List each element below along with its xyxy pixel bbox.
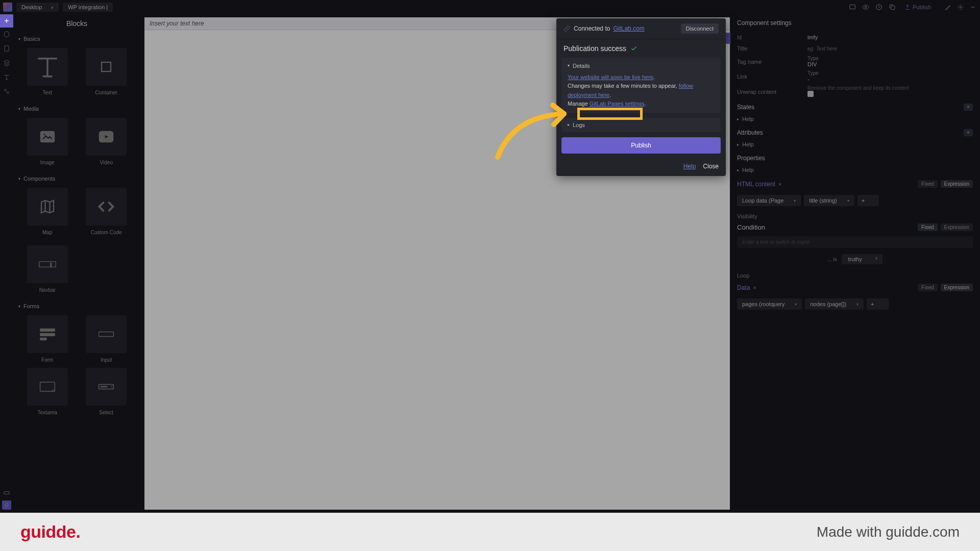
svg-rect-5 [5, 46, 9, 52]
history-icon[interactable] [875, 3, 883, 11]
title-field-label: Title [737, 45, 803, 52]
states-help[interactable]: Help [734, 113, 976, 125]
add-data-expr[interactable]: + [867, 298, 888, 310]
section-components[interactable]: Components [13, 172, 140, 185]
svg-rect-0 [850, 5, 855, 9]
publish-popup: Connected to GitLab.com Disconnect Publi… [556, 18, 726, 176]
changes-text: Changes may take a few minutes to appear… [568, 83, 679, 89]
svg-point-1 [865, 6, 867, 8]
page-icon[interactable] [3, 45, 10, 52]
check-icon [630, 45, 638, 52]
nodes-page-pill[interactable]: nodes (page[]) [805, 298, 864, 310]
block-image[interactable]: Image [20, 118, 75, 165]
gitlab-host-link[interactable]: GitLab.com [613, 25, 644, 32]
block-video[interactable]: Video [80, 118, 134, 165]
bell-icon[interactable] [2, 500, 11, 510]
copy-icon[interactable] [888, 3, 896, 11]
publish-button[interactable]: Publish [901, 3, 934, 11]
block-navbar[interactable]: Navbar [20, 245, 75, 293]
popup-help-link[interactable]: Help [683, 163, 696, 170]
data-fixed[interactable]: Fixed [918, 284, 937, 291]
mode-expression[interactable]: Expression [941, 180, 973, 188]
title-input[interactable] [807, 46, 910, 52]
pages-root-pill[interactable]: pages (rootquery [737, 298, 802, 310]
svg-rect-20 [99, 332, 114, 337]
loop-section: Loop [734, 268, 976, 280]
block-container[interactable]: Container [80, 48, 134, 95]
id-label: Id [737, 34, 803, 40]
data-label: Data [737, 284, 750, 291]
block-custom-code[interactable]: Custom Code [80, 188, 134, 235]
html-content-remove[interactable]: × [778, 181, 781, 187]
details-toggle[interactable]: Details [568, 62, 715, 71]
canvas-area: Insert your text here Connected to GitLa… [140, 14, 730, 513]
keyboard-icon[interactable] [2, 488, 11, 497]
svg-rect-14 [50, 263, 52, 263]
add-tab[interactable]: + [0, 14, 13, 28]
svg-rect-23 [101, 386, 107, 387]
svg-rect-9 [102, 62, 111, 71]
condition-label: Condition [737, 223, 914, 231]
gitlab-pages-settings-link[interactable]: GitLab Pages settings [590, 101, 645, 107]
publication-success-label: Publication success [564, 44, 626, 53]
preview-icon[interactable] [862, 3, 870, 11]
section-media[interactable]: Media [13, 103, 140, 115]
states-add[interactable]: + [964, 104, 973, 111]
app-logo[interactable] [3, 3, 12, 12]
settings-icon[interactable] [957, 3, 965, 11]
properties-help[interactable]: Help [734, 164, 976, 176]
blocks-panel: Blocks Basics Text Container Media Image [0, 14, 140, 513]
title-string-pill[interactable]: title (string) [804, 195, 854, 206]
cond-expression[interactable]: Expression [941, 223, 973, 231]
svg-rect-3 [891, 6, 895, 10]
data-expression[interactable]: Expression [941, 284, 973, 291]
condition-input[interactable]: Enter a text or switch to expre [737, 236, 973, 248]
publish-action-button[interactable]: Publish [561, 137, 721, 154]
collapse-icon[interactable] [969, 3, 977, 11]
svg-rect-15 [50, 264, 52, 265]
popup-close-button[interactable]: Close [703, 163, 719, 170]
project-tab[interactable]: WP integration | [63, 3, 113, 12]
link-type-label: Type [807, 70, 973, 76]
svg-point-4 [960, 6, 962, 8]
disconnect-button[interactable]: Disconnect [681, 23, 719, 34]
is-label: ... is [827, 257, 837, 262]
svg-rect-19 [40, 338, 46, 340]
upload-icon [904, 4, 911, 10]
live-site-link[interactable]: Your website will soon be live here [568, 74, 653, 80]
panel-title: Component settings [734, 17, 976, 32]
attributes-help[interactable]: Help [734, 138, 976, 151]
logs-toggle[interactable]: Logs [568, 122, 715, 128]
logs-box: Logs [561, 118, 721, 132]
hexagon-icon[interactable] [3, 31, 10, 38]
blocks-title: Blocks [13, 14, 140, 33]
device-icon[interactable] [848, 3, 856, 11]
section-basics[interactable]: Basics [13, 33, 140, 45]
block-form[interactable]: Form [20, 315, 75, 363]
cond-fixed[interactable]: Fixed [918, 223, 937, 231]
type-value: DIV [807, 61, 973, 67]
text-icon[interactable] [3, 73, 10, 81]
block-map[interactable]: Map [20, 188, 75, 235]
data-remove[interactable]: × [753, 285, 756, 291]
loop-data-pill[interactable]: Loop data (Page [737, 195, 801, 206]
truthy-select[interactable]: truthy [842, 254, 883, 264]
add-expression[interactable]: + [857, 195, 879, 206]
layers-icon[interactable] [3, 59, 10, 66]
block-input[interactable]: Input [80, 315, 134, 363]
unwrap-checkbox[interactable] [807, 91, 814, 97]
block-text[interactable]: Text [20, 48, 75, 95]
section-forms[interactable]: Forms [13, 300, 140, 312]
states-section: States [737, 104, 754, 111]
id-value: imfy [807, 34, 818, 40]
gears-icon[interactable] [3, 88, 10, 95]
attributes-section: Attributes [737, 129, 763, 136]
edit-icon[interactable] [944, 3, 952, 11]
mode-fixed[interactable]: Fixed [918, 180, 937, 188]
attributes-add[interactable]: + [964, 129, 973, 136]
viewport-dropdown[interactable]: Desktop [16, 3, 59, 12]
block-select[interactable]: Select [80, 368, 134, 415]
svg-point-7 [7, 92, 9, 94]
block-textarea[interactable]: Textarea [20, 368, 75, 415]
publish-label: Publish [913, 4, 931, 10]
